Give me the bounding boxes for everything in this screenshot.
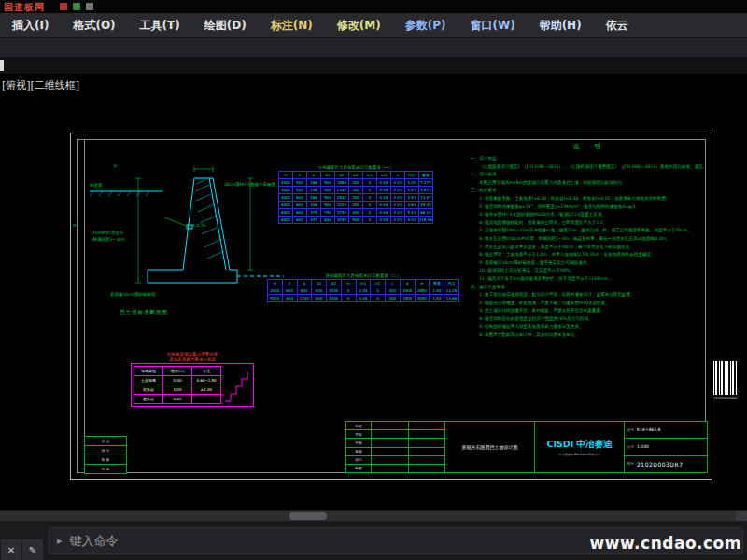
note-line: 6. 本图尺寸除标高以米计外，其余均以厘米为单位。 (471, 331, 708, 340)
station-value: K14+465.8 (637, 427, 660, 432)
table-cell: 0.48 (377, 217, 391, 224)
table-cell: 8000 (279, 217, 293, 224)
approval-empty-cell (409, 422, 445, 429)
note-line: 三、技术要求 (471, 187, 708, 195)
drawing-table: Hhbb1b2b3m1m2n圬工重量2000500186500185820000… (278, 171, 433, 224)
notes-header: 说 明 (471, 143, 708, 151)
table-cell: 1.20 (405, 179, 419, 187)
table-cell: 1340 (297, 295, 312, 302)
frame-left-column (84, 139, 85, 473)
table-cell: 3319 (335, 202, 349, 209)
menu-item[interactable]: 参数(P) (393, 18, 458, 34)
table-cell: 重量 (419, 172, 433, 179)
approval-label: 审核 (346, 439, 372, 446)
table-cell: 3000 (279, 187, 293, 194)
titleblock-scale-row: 比例 1:100 (625, 439, 707, 455)
approval-row: 复核 (346, 448, 444, 456)
menu-item[interactable]: 格式(O) (61, 18, 127, 34)
note-line: 11. 墙高大于等于5m路段墙顶设置护栏，扶手高度不小于1150mm。 (471, 275, 708, 284)
approval-label: 审定 (346, 430, 372, 438)
menu-item[interactable]: 帮助(H) (528, 18, 594, 34)
table-cell: 0 (371, 295, 386, 302)
table-cell: b (307, 172, 321, 179)
table-cell: 800 (312, 295, 327, 302)
table-cell: 14.66 (444, 295, 459, 302)
menu-item[interactable]: 标注(N) (259, 18, 325, 34)
table-cell: 0 (341, 287, 356, 295)
note-line: 9. 基底铺设10cm厚砂砾垫层，整平夯实后方可砌筑墙身。 (471, 259, 708, 268)
table-cell: 备注 (192, 367, 221, 376)
wall-label-face: 30cm厚M7.5浆砌片石镶面 (224, 182, 275, 187)
table-cell: 0.48 (356, 295, 371, 302)
table-cell: 500 (321, 202, 335, 209)
wall-label-ground: 路基面 (90, 183, 103, 188)
approval-row: 设计 (346, 456, 444, 465)
approval-empty-cell (372, 422, 409, 429)
horizontal-scrollbar[interactable] (0, 510, 747, 521)
table-cell: 1.00 (163, 385, 192, 395)
close-command-icon[interactable]: ✕ (1, 539, 21, 560)
note-line: 1. 基底摩擦系数：土质地基f=0.40，软质岩f=0.30，硬质岩f=0.25… (471, 195, 708, 203)
command-prompt-icon: ▸ (57, 535, 63, 547)
menu-item[interactable]: 绘图(D) (192, 18, 259, 34)
table-cell: 200 (349, 179, 363, 187)
table-cell: 3740 (335, 209, 349, 217)
red-square-icon (60, 3, 67, 10)
table-cell: 500 (321, 194, 335, 202)
note-line: 6. 泄水孔采用D10cmPVC管，纵横间距2~3m，梅花形布置，最低一排泄水孔… (471, 235, 708, 244)
table-cell: 600 (282, 295, 297, 302)
table-cell: 447 (307, 217, 321, 224)
approval-empty-cell (372, 430, 409, 438)
drawing-number-label: 图号 (627, 462, 634, 466)
scrollbar-thumb[interactable] (289, 512, 327, 520)
table-cell: 5.41 (405, 209, 419, 217)
note-line: 8. 墙趾埋深：土质地基不小于1.0m，并埋入冻结线以下0.25m；岩质地基按风… (471, 251, 708, 259)
wall-dim-b: b (114, 163, 117, 168)
note-line: 四、施工注意事项 (471, 284, 708, 292)
table-cell: h (282, 280, 297, 287)
step-foundation-icon (223, 366, 251, 403)
titleblock-logo-cell: CISDI 中冶赛迪 中冶赛迪工程技术股份有限公司 (535, 422, 625, 472)
table-cell: 软质岩 (134, 385, 163, 395)
dimension-table-1: 台身截面尺寸及每延米圬工数量表（一） Hhbb1b2b3m1m2n圬工重量200… (278, 165, 433, 224)
table-cell: 圬工 (444, 280, 459, 287)
drawing-table: 地基类别埋深(m)备注土质地基0.000.60~1.50软质岩1.00≥2.00… (134, 366, 221, 404)
wall-label-slope: 1:0.25 (192, 223, 205, 228)
table-cell: 236 (307, 187, 321, 194)
note-line: 二、设计标准 (471, 171, 708, 179)
table-cell: n1 (371, 280, 386, 287)
table-cell: 200 (349, 194, 363, 202)
table-cell: 5000 (279, 202, 293, 209)
table-cell: 4000 (279, 194, 293, 202)
table-cell: 圬工 (405, 172, 419, 179)
table-cell: 500 (321, 179, 335, 187)
scale-value: 1:100 (637, 444, 649, 449)
drawing-number-value: 2102D003DR7 (637, 461, 683, 468)
menu-item[interactable]: 插入(I) (0, 18, 61, 34)
approval-empty-cell (372, 439, 409, 446)
menu-item[interactable]: 依云 (594, 18, 641, 34)
menu-item[interactable]: 窗口(W) (458, 18, 527, 34)
table-cell: 600 (293, 202, 307, 209)
titleblock-right: 桩号 K14+465.8 比例 1:100 图号 2102D003DR7 (625, 422, 707, 472)
table-cell: 7.275 (419, 179, 433, 187)
station-label: 桩号 (627, 428, 634, 432)
drawing-canvas[interactable]: [俯视][二维线框] 路基面 (0, 74, 747, 510)
menu-item[interactable]: 修改(M) (325, 18, 393, 34)
table-cell (192, 395, 221, 404)
approval-empty-cell (409, 430, 445, 438)
approval-row: 批准 (346, 422, 444, 430)
approval-empty-cell (409, 465, 445, 472)
note-line: 4. 墙背填料应在砂浆强度达到设计强度的70%后方可回填。 (471, 315, 708, 324)
drawing-table: Hhab1b2mm1n1cde基底圬工2000600600600400000.4… (267, 279, 459, 302)
signature-row: 日 期 (85, 465, 126, 473)
table-cell: 12.25 (444, 287, 459, 295)
note-line: 2. 砌筑应分层错缝、砂浆饱满，严禁干砌；勾缝采用M10水泥砂浆。 (471, 300, 708, 308)
customize-command-icon[interactable]: ✎ (22, 539, 43, 560)
approval-label: 批准 (346, 422, 372, 429)
menu-item[interactable]: 工具(T) (128, 18, 192, 34)
table-cell: 1.87 (405, 187, 419, 194)
table-cell: 4000 (327, 287, 342, 295)
note-line: 4. 墙后地面横坡较陡时，基底做成台阶式，台阶高宽比不大于1:2。 (471, 219, 708, 228)
table-cell: e (415, 280, 430, 287)
